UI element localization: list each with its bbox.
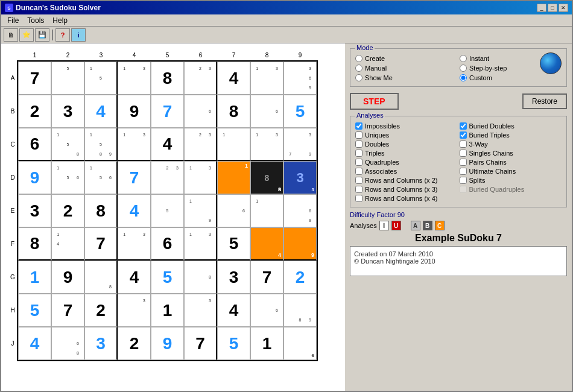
cell-r4-c6[interactable]: 6 [217, 194, 250, 227]
cell-r1-c4[interactable]: 7 [151, 95, 184, 128]
cell-r8-c8[interactable]: 6 [283, 327, 317, 360]
cell-r0-c2[interactable]: 15 [84, 62, 118, 95]
mode-stepbystep-radio[interactable] [460, 65, 467, 72]
cell-r8-c6[interactable]: 5 [217, 327, 250, 360]
help-button[interactable]: ? [55, 28, 70, 42]
cell-r3-c1[interactable]: 156 [51, 161, 84, 194]
cell-r5-c3[interactable]: 13 [118, 227, 151, 261]
cell-r8-c4[interactable]: 9 [151, 327, 184, 360]
cell-r4-c4[interactable]: 5 [151, 194, 184, 227]
cell-r1-c1[interactable]: 3 [51, 95, 84, 128]
cell-r1-c0[interactable]: 2 [18, 95, 51, 128]
cell-r5-c5[interactable]: 13 [184, 227, 217, 261]
step-button[interactable]: STEP [350, 93, 399, 110]
cell-r7-c8[interactable]: 89 [283, 294, 317, 327]
cell-r8-c5[interactable]: 7 [184, 327, 217, 360]
cell-r2-c3[interactable]: 13 [118, 128, 151, 161]
cell-r6-c7[interactable]: 7 [250, 261, 283, 294]
cell-r3-c7[interactable]: 888 [250, 161, 283, 194]
cell-r3-c4[interactable]: 23 [151, 161, 184, 194]
mode-manual-radio[interactable] [355, 65, 362, 72]
cell-r0-c4[interactable]: 8 [151, 62, 184, 95]
sudoku-grid[interactable]: 7515138234133692349768656158158913423113… [17, 60, 318, 361]
cell-r6-c2[interactable]: 8 [84, 261, 118, 294]
check-impossibles[interactable]: Impossibles [355, 122, 458, 130]
cell-r3-c8[interactable]: 333 [283, 161, 317, 194]
cell-r7-c6[interactable]: 4 [217, 294, 250, 327]
cell-r2-c2[interactable]: 1589 [84, 128, 118, 161]
cell-r5-c2[interactable]: 7 [84, 227, 118, 261]
cell-r6-c3[interactable]: 4 [118, 261, 151, 294]
cell-r3-c2[interactable]: 156 [84, 161, 118, 194]
check-doubles-input[interactable] [355, 141, 362, 148]
check-rows-cols-3[interactable]: Rows and Columns (x 3) [355, 186, 458, 193]
check-rows-cols-2[interactable]: Rows and Columns (x 2) [355, 177, 458, 184]
cell-r0-c3[interactable]: 13 [118, 62, 151, 95]
cell-r5-c0[interactable]: 8 [18, 227, 51, 261]
cell-r6-c5[interactable]: 8 [184, 261, 217, 294]
check-buried-doubles-input[interactable] [460, 122, 467, 130]
cell-r6-c6[interactable]: 3 [217, 261, 250, 294]
cell-r5-c7[interactable]: 4 [250, 227, 283, 261]
check-triples[interactable]: Triples [355, 150, 458, 157]
check-pairs-chains-input[interactable] [460, 159, 467, 166]
check-quadruples-input[interactable] [355, 159, 362, 166]
check-buried-triples[interactable]: Buried Triples [460, 131, 562, 139]
mode-create[interactable]: Create [355, 55, 457, 62]
cell-r3-c6[interactable]: 1 [217, 161, 250, 194]
mode-manual[interactable]: Manual [355, 65, 457, 72]
check-rows-cols-4[interactable]: Rows and Columns (x 4) [355, 195, 458, 202]
cell-r4-c3[interactable]: 4 [118, 194, 151, 227]
save-button[interactable]: 💾 [35, 28, 49, 42]
restore-button[interactable]: Restore [522, 93, 567, 109]
cell-r7-c3[interactable]: 3 [118, 294, 151, 327]
cell-r1-c6[interactable]: 8 [217, 95, 250, 128]
cell-r6-c0[interactable]: 1 [18, 261, 51, 294]
mode-create-radio[interactable] [355, 55, 362, 62]
cell-r0-c0[interactable]: 7 [18, 62, 51, 95]
check-rows-cols-4-input[interactable] [355, 195, 362, 202]
menu-help[interactable]: Help [49, 16, 71, 25]
mode-custom[interactable]: Custom [460, 74, 562, 81]
cell-r4-c8[interactable]: 69 [283, 194, 317, 227]
cell-r0-c5[interactable]: 23 [184, 62, 217, 95]
cell-r3-c0[interactable]: 9 [18, 161, 51, 194]
cell-r7-c1[interactable]: 7 [51, 294, 84, 327]
cell-r2-c4[interactable]: 4 [151, 128, 184, 161]
cell-r1-c7[interactable]: 6 [250, 95, 283, 128]
check-buried-triples-input[interactable] [460, 131, 467, 139]
check-singles-chains-input[interactable] [460, 150, 467, 157]
cell-r7-c7[interactable]: 6 [250, 294, 283, 327]
close-button[interactable]: ✕ [559, 4, 568, 12]
cell-r8-c3[interactable]: 2 [118, 327, 151, 360]
check-rows-cols-3-input[interactable] [355, 186, 362, 193]
cell-r3-c3[interactable]: 7 [118, 161, 151, 194]
info-button[interactable]: i [71, 28, 86, 42]
check-pairs-chains[interactable]: Pairs Chains [460, 159, 562, 166]
check-impossibles-input[interactable] [355, 122, 362, 130]
cell-r7-c2[interactable]: 2 [84, 294, 118, 327]
cell-r4-c5[interactable]: 19 [184, 194, 217, 227]
check-buried-doubles[interactable]: Buried Doubles [460, 122, 562, 130]
check-associates-input[interactable] [355, 168, 362, 175]
cell-r8-c2[interactable]: 3 [84, 327, 118, 360]
cell-r7-c4[interactable]: 1 [151, 294, 184, 327]
check-associates[interactable]: Associates [355, 168, 458, 175]
check-3way-input[interactable] [460, 141, 467, 148]
check-uniques-input[interactable] [355, 131, 362, 139]
cell-r5-c4[interactable]: 6 [151, 227, 184, 261]
check-uniques[interactable]: Uniques [355, 131, 458, 139]
cell-r6-c1[interactable]: 9 [51, 261, 84, 294]
cell-r2-c5[interactable]: 23 [184, 128, 217, 161]
check-splits-input[interactable] [460, 177, 467, 184]
cell-r2-c8[interactable]: 379 [283, 128, 317, 161]
cell-r4-c7[interactable]: 1 [250, 194, 283, 227]
menu-tools[interactable]: Tools [24, 16, 48, 25]
mode-instant-radio[interactable] [460, 55, 467, 62]
cell-r1-c8[interactable]: 5 [283, 95, 317, 128]
check-ultimate-chains-input[interactable] [460, 168, 467, 175]
open-button[interactable]: ⭐ [19, 28, 34, 42]
cell-r0-c7[interactable]: 13 [250, 62, 283, 95]
cell-r7-c5[interactable]: 3 [184, 294, 217, 327]
cell-r4-c2[interactable]: 8 [84, 194, 118, 227]
